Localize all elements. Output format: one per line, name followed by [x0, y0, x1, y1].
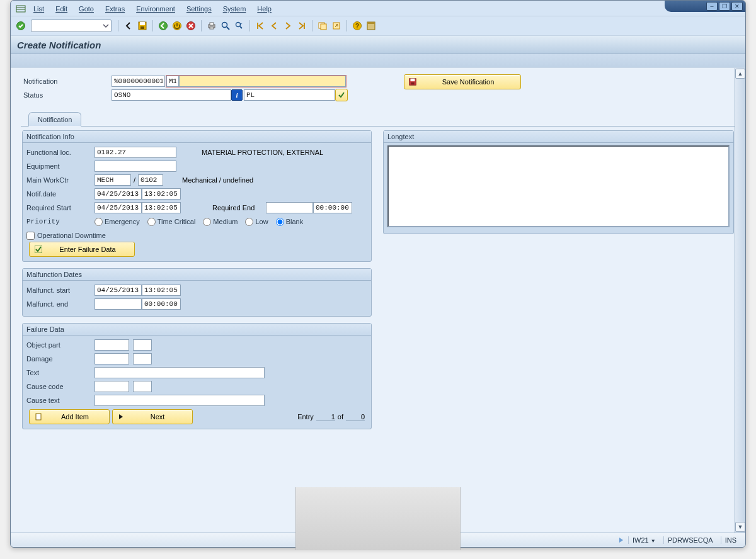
status-ext-field	[244, 89, 335, 101]
status-mode: INS	[721, 536, 740, 544]
menu-help[interactable]: Help	[252, 4, 277, 14]
layout-icon[interactable]	[365, 20, 377, 32]
malfunct-end-time-field[interactable]	[142, 298, 181, 310]
svg-rect-29	[36, 414, 41, 420]
tab-notification[interactable]: Notification	[28, 112, 81, 127]
notification-number-field	[112, 76, 165, 87]
scroll-up-icon[interactable]: ▲	[735, 69, 745, 79]
menu-environment[interactable]: Environment	[131, 4, 180, 14]
svg-rect-11	[210, 23, 214, 25]
equipment-field[interactable]	[94, 161, 176, 172]
menu-edit[interactable]: Edit	[50, 4, 72, 14]
command-field[interactable]	[31, 20, 112, 32]
new-session-icon[interactable]	[316, 20, 329, 32]
damage-field-2[interactable]	[133, 353, 152, 364]
longtext-textarea[interactable]	[387, 145, 730, 227]
shortcut-icon[interactable]	[330, 20, 343, 32]
funcloc-label: Functional loc.	[26, 149, 94, 156]
back-icon[interactable]	[122, 20, 135, 32]
sap-window: – ❐ ✕ List Edit Goto Extras Environment …	[10, 0, 746, 548]
malfunct-end-date-field[interactable]	[94, 298, 142, 310]
priority-low[interactable]: Low	[245, 218, 268, 226]
priority-medium[interactable]: Medium	[203, 218, 238, 226]
required-start-time-field[interactable]	[142, 202, 181, 213]
menu-corner-icon[interactable]	[14, 4, 27, 14]
first-page-icon[interactable]	[254, 20, 266, 32]
status-system: PDRWSECQA	[663, 536, 717, 544]
funcloc-field[interactable]	[94, 147, 176, 158]
equipment-label: Equipment	[26, 162, 94, 170]
menu-goto[interactable]: Goto	[74, 4, 99, 14]
notification-description-field[interactable]	[179, 76, 346, 87]
back-green-icon[interactable]	[157, 20, 169, 32]
entry-total: 0	[346, 413, 365, 421]
malfunct-start-time-field[interactable]	[142, 285, 181, 296]
notif-time-field[interactable]	[142, 188, 181, 200]
required-end-date-field[interactable]	[266, 202, 313, 213]
required-start-label: Required Start	[26, 204, 94, 212]
save-icon[interactable]	[136, 20, 149, 32]
cause-text-field[interactable]	[94, 395, 265, 406]
svg-rect-0	[16, 6, 25, 12]
scroll-down-icon[interactable]: ▼	[735, 522, 745, 532]
failure-data-panel: Failure Data Object part Damage	[22, 323, 372, 429]
priority-emergency[interactable]: Emergency	[94, 218, 140, 226]
add-item-label: Add Item	[46, 413, 104, 421]
required-end-time-field[interactable]	[313, 202, 352, 213]
help-icon[interactable]: ?	[351, 20, 364, 32]
notif-date-label: Notif.date	[26, 190, 94, 198]
exit-icon[interactable]	[171, 20, 183, 32]
text-field[interactable]	[94, 367, 265, 378]
enter-icon[interactable]	[14, 20, 27, 32]
content-area: ▲ ▼ Notification Status	[11, 67, 745, 533]
next-page-icon[interactable]	[282, 20, 294, 32]
priority-time-critical[interactable]: Time Critical	[147, 218, 196, 226]
notif-date-field[interactable]	[94, 188, 142, 200]
menu-settings[interactable]: Settings	[181, 4, 217, 14]
status-play-icon[interactable]	[618, 537, 624, 543]
object-part-label: Object part	[26, 341, 94, 349]
cancel-icon[interactable]	[185, 20, 197, 32]
priority-blank[interactable]: Blank	[276, 218, 304, 226]
svg-text:?: ?	[355, 23, 359, 30]
damage-field-1[interactable]	[94, 353, 129, 364]
prev-page-icon[interactable]	[268, 20, 280, 32]
object-part-field-1[interactable]	[94, 339, 129, 351]
find-icon[interactable]	[219, 20, 232, 32]
notification-info-panel: Notification Info Functional loc. MATERI…	[22, 130, 372, 262]
main-workctr-desc: Mechanical / undefined	[182, 176, 253, 184]
add-item-button[interactable]: Add Item	[29, 409, 110, 424]
svg-line-14	[227, 27, 229, 30]
print-icon[interactable]	[205, 20, 218, 32]
last-page-icon[interactable]	[295, 20, 308, 32]
window-minimize-button[interactable]: –	[706, 2, 718, 11]
cause-code-field-2[interactable]	[133, 381, 152, 392]
malfunct-end-label: Malfunct. end	[26, 300, 94, 308]
malfunct-start-date-field[interactable]	[94, 285, 142, 296]
svg-rect-5	[140, 22, 145, 25]
vertical-scrollbar[interactable]: ▲ ▼	[735, 68, 745, 533]
entry-label: Entry	[297, 413, 314, 421]
play-icon	[118, 414, 124, 420]
window-restore-button[interactable]: ❐	[719, 2, 730, 11]
menu-list[interactable]: List	[28, 4, 49, 14]
find-next-icon[interactable]: +	[233, 20, 246, 32]
save-notification-button[interactable]: Save Notification	[404, 74, 521, 89]
object-part-field-2[interactable]	[133, 339, 152, 351]
svg-point-7	[159, 22, 168, 30]
required-end-label: Required End	[212, 204, 266, 212]
cause-code-field-1[interactable]	[94, 381, 129, 392]
enter-failure-data-button[interactable]: Enter Failure Data	[29, 242, 135, 257]
main-workctr-plant-field[interactable]	[138, 174, 163, 186]
required-start-date-field[interactable]	[94, 202, 142, 213]
svg-rect-12	[210, 27, 214, 29]
main-workctr-field[interactable]	[94, 174, 131, 186]
status-info-icon[interactable]: i	[231, 89, 243, 101]
status-check-button[interactable]	[335, 89, 348, 101]
next-button[interactable]: Next	[112, 409, 193, 424]
notification-type-field[interactable]	[166, 76, 179, 87]
operational-downtime-checkbox[interactable]: Operational Downtime	[26, 232, 106, 240]
menu-system[interactable]: System	[218, 4, 251, 14]
window-close-button[interactable]: ✕	[731, 2, 743, 11]
menu-extras[interactable]: Extras	[100, 4, 130, 14]
